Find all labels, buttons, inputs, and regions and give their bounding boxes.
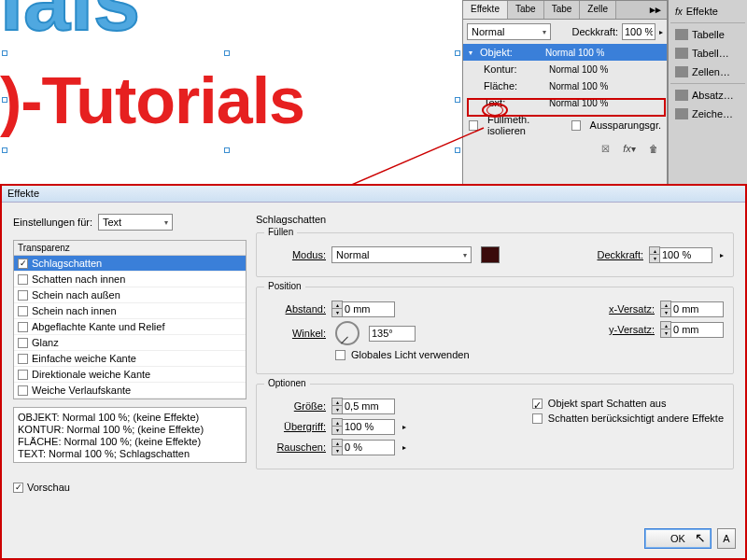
- size-input[interactable]: ▴▾: [331, 398, 395, 414]
- opacity-input[interactable]: [622, 23, 655, 40]
- xoff-input[interactable]: ▴▾: [660, 301, 724, 317]
- fx-einfache-kante[interactable]: Einfache weiche Kante: [14, 351, 246, 367]
- xoff-label: x-Versatz:: [599, 303, 655, 315]
- effects-list: Transparenz Schlagschatten Schatten nach…: [13, 240, 247, 399]
- size-label: Größe:: [270, 400, 326, 412]
- cursor-icon: ↖: [695, 530, 706, 545]
- knockout-checkbox[interactable]: [571, 120, 581, 131]
- document-canvas: orials )-Tutorials: [0, 0, 462, 185]
- trash-icon[interactable]: 🗑: [646, 142, 661, 155]
- annotation-circle-inner: [486, 105, 503, 116]
- distance-label: Abstand:: [270, 303, 326, 315]
- mode-select[interactable]: Normal: [331, 246, 472, 263]
- effects-dialog: Effekte Einstellungen für: Text Transpar…: [0, 184, 747, 560]
- fx-schein-aussen[interactable]: Schein nach außen: [14, 287, 246, 303]
- fx-schlagschatten[interactable]: Schlagschatten: [14, 256, 246, 272]
- effects-panel: Effekte Tabe Tabe Zelle ▸▸ Normal Deckkr…: [462, 0, 668, 185]
- position-group: Position Abstand:▴▾ Winkel: Globales Lic…: [256, 287, 734, 374]
- global-light-label: Globales Licht verwenden: [351, 349, 470, 360]
- side-absatz[interactable]: Absatz…: [670, 86, 745, 105]
- fx-direktionale[interactable]: Direktionale weiche Kante: [14, 367, 246, 383]
- fill-opacity-input[interactable]: ▴▾: [649, 246, 712, 263]
- yoff-label: y-Versatz:: [599, 324, 655, 335]
- fill-group: Füllen Modus: Normal Deckkraft: ▴▾▸: [256, 232, 734, 277]
- tab-effekte[interactable]: Effekte: [463, 1, 508, 19]
- selection-frame[interactable]: [0, 50, 462, 153]
- effects-summary: OBJEKT: Normal 100 %; (keine Effekte) KO…: [13, 407, 247, 463]
- opacity-flyout-icon[interactable]: ▸: [659, 28, 663, 36]
- right-panels: Effekte Tabe Tabe Zelle ▸▸ Normal Deckkr…: [462, 0, 747, 185]
- char-icon: [675, 108, 688, 119]
- tab-overflow-icon[interactable]: ▸▸: [644, 1, 667, 19]
- yoff-input[interactable]: ▴▾: [660, 321, 724, 338]
- angle-dial[interactable]: [335, 321, 359, 345]
- settings-for-select[interactable]: Text: [98, 214, 173, 231]
- target-row-kontur[interactable]: Kontur:Normal 100 %: [463, 61, 667, 77]
- blue-outlined-text: orials: [0, 0, 140, 49]
- tab-tabe1[interactable]: Tabe: [508, 1, 544, 19]
- paragraph-icon: [675, 90, 688, 101]
- angle-input[interactable]: [369, 326, 416, 342]
- preview-label: Vorschau: [27, 482, 70, 493]
- fx-menu-icon[interactable]: fx▾: [622, 142, 637, 155]
- knockout-shadow-label: Objekt spart Schatten aus: [548, 398, 667, 409]
- settings-for-label: Einstellungen für:: [13, 217, 92, 228]
- blend-mode-select[interactable]: Normal: [467, 23, 551, 40]
- knockout-label: Aussparungsgr.: [590, 119, 661, 131]
- target-row-objekt[interactable]: ▾Objekt:Normal 100 %: [463, 44, 667, 61]
- right-title: Schlagschatten: [256, 214, 734, 225]
- spread-input[interactable]: ▴▾: [331, 418, 395, 435]
- cancel-button[interactable]: A: [717, 528, 736, 549]
- target-row-flaeche[interactable]: Fläche:Normal 100 %: [463, 77, 667, 94]
- fx-verlaufskante[interactable]: Weiche Verlaufskante: [14, 383, 246, 399]
- opacity-label: Deckkraft:: [571, 26, 618, 37]
- fx-abgeflachte[interactable]: Abgeflachte Kante und Relief: [14, 319, 246, 335]
- shadow-color-swatch[interactable]: [481, 246, 500, 263]
- side-tabell[interactable]: Tabell…: [670, 44, 745, 63]
- table2-icon: [675, 48, 688, 59]
- side-effekte[interactable]: fxEffekte: [670, 2, 745, 21]
- options-group: Optionen Größe:▴▾ Übergriff:▴▾▸ Rauschen…: [256, 384, 734, 469]
- isolate-checkbox[interactable]: [469, 120, 478, 131]
- fx-schatten-innen[interactable]: Schatten nach innen: [14, 272, 246, 287]
- honor-effects-checkbox[interactable]: [532, 413, 543, 424]
- cell-icon: [675, 66, 688, 77]
- table-icon: [675, 29, 688, 40]
- fx-glanz[interactable]: Glanz: [14, 335, 246, 351]
- distance-input[interactable]: ▴▾: [331, 301, 395, 317]
- noise-label: Rauschen:: [270, 441, 326, 453]
- panel-tabs: Effekte Tabe Tabe Zelle ▸▸: [463, 1, 667, 20]
- mode-label: Modus:: [270, 249, 326, 260]
- global-light-checkbox[interactable]: [335, 350, 345, 360]
- collapsed-panels: fxEffekte Tabelle Tabell… Zellen… Absatz…: [668, 0, 747, 185]
- knockout-shadow-checkbox[interactable]: ✓: [532, 399, 543, 409]
- side-zellen[interactable]: Zellen…: [670, 63, 745, 81]
- noise-input[interactable]: ▴▾: [331, 439, 395, 455]
- tab-zelle[interactable]: Zelle: [580, 1, 616, 19]
- fill-opacity-label: Deckkraft:: [587, 249, 643, 260]
- angle-label: Winkel:: [270, 328, 326, 339]
- spread-label: Übergriff:: [270, 421, 326, 432]
- side-zeiche[interactable]: Zeiche…: [670, 105, 745, 123]
- fx-schein-innen[interactable]: Schein nach innen: [14, 303, 246, 319]
- tab-tabe2[interactable]: Tabe: [544, 1, 581, 19]
- honor-effects-label: Schatten berücksichtigt andere Effekte: [548, 413, 724, 424]
- transparency-header[interactable]: Transparenz: [14, 241, 246, 256]
- preview-checkbox[interactable]: [13, 483, 23, 493]
- dialog-title: Effekte: [2, 186, 745, 203]
- side-tabelle[interactable]: Tabelle: [670, 25, 745, 44]
- clear-effects-icon[interactable]: ☒: [598, 142, 613, 155]
